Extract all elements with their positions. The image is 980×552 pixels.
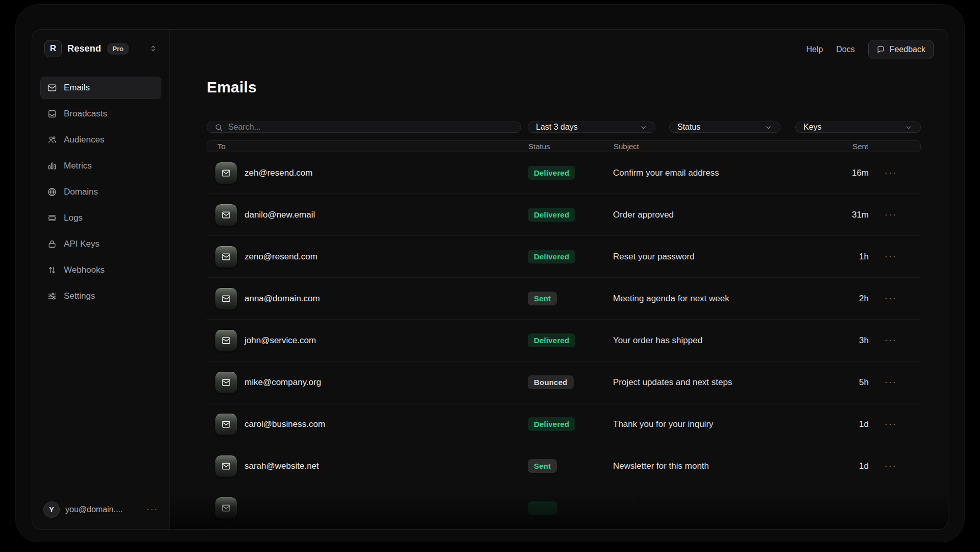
workspace-switcher[interactable]: R Resend Pro [40,40,161,57]
row-menu-button[interactable]: ··· [885,293,897,304]
row-to: zeno@resend.com [244,252,528,262]
chevron-down-icon [640,124,647,131]
row-menu-button[interactable]: ··· [885,461,897,471]
row-menu-button[interactable]: ··· [885,209,897,220]
column-header-to: To [215,142,528,151]
row-subject: Project updates and next steps [613,377,823,388]
mail-icon [215,497,237,519]
topbar: Help Docs Feedback [207,40,934,59]
row-sent: 2h [823,294,869,304]
filters-bar: Last 3 days Status Keys [207,122,921,133]
chevron-up-down-icon[interactable] [149,44,157,53]
row-to: mike@company.org [244,377,528,388]
user-email: you@domain.... [65,505,122,514]
chart-icon [47,161,57,171]
page-title: Emails [207,79,921,96]
status-badge: Sent [528,459,557,473]
row-sent: 3h [823,335,869,346]
mail-icon [215,329,237,352]
sidebar-item-label: Metrics [64,161,92,171]
chevron-down-icon [905,124,913,131]
app-window: R Resend Pro EmailsBroadcastsAudiencesMe… [32,29,948,530]
row-sent: 16m [823,168,869,178]
sidebar-nav: EmailsBroadcastsAudiencesMetricsDomainsL… [40,77,161,311]
sidebar-item-broadcasts[interactable]: Broadcasts [40,103,161,125]
keys-filter-value: Keys [803,123,822,132]
row-subject: Thank you for your inquiry [613,419,823,429]
row-subject: Confirm your email address [613,168,823,178]
row-subject: Meeting agenda for next week [613,294,823,304]
sidebar-item-label: Audiences [64,135,104,145]
sidebar-item-logs[interactable]: Logs [40,207,161,229]
table-row[interactable]: sarah@website.netSentNewsletter for this… [207,445,921,487]
row-menu-button[interactable]: ··· [885,335,897,346]
row-menu-button[interactable]: ··· [885,377,897,388]
sidebar-item-metrics[interactable]: Metrics [40,155,161,177]
mail-icon [215,162,237,184]
sidebar-item-label: Broadcasts [64,109,107,119]
table-row[interactable]: zeno@resend.comDeliveredReset your passw… [207,236,921,278]
sidebar: R Resend Pro EmailsBroadcastsAudiencesMe… [32,30,170,529]
comment-icon [876,45,885,54]
table-row[interactable]: zeh@resend.comDeliveredConfirm your emai… [207,152,921,194]
date-range-dropdown[interactable]: Last 3 days [528,122,655,133]
sidebar-item-label: Logs [64,213,83,223]
main-content: Help Docs Feedback Emails Last 3 days [170,30,948,529]
row-to: john@service.com [244,335,528,346]
table-header: To Status Subject Sent [207,140,921,152]
row-subject: Reset your password [613,252,823,262]
table-row[interactable]: carol@business.comDeliveredThank you for… [207,403,921,445]
row-menu-button[interactable]: ··· [885,167,897,178]
user-menu-ellipsis-icon[interactable]: ··· [146,505,158,515]
lock-icon [47,239,57,249]
table-row[interactable]: mike@company.orgBouncedProject updates a… [207,362,921,403]
sidebar-item-audiences[interactable]: Audiences [40,129,161,151]
globe-icon [47,187,57,197]
avatar: Y [43,501,60,518]
status-filter-dropdown[interactable]: Status [669,122,780,133]
status-badge [528,501,557,515]
table-row[interactable]: john@service.comDeliveredYour order has … [207,320,921,362]
feedback-button[interactable]: Feedback [868,40,934,59]
date-range-value: Last 3 days [536,123,578,132]
mail-icon [215,287,237,310]
status-badge: Bounced [528,375,574,389]
row-sent: 31m [823,210,869,220]
search-input[interactable] [228,123,513,132]
row-to: carol@business.com [244,419,528,429]
sidebar-item-domains[interactable]: Domains [40,181,161,203]
status-badge: Delivered [528,417,575,431]
sidebar-item-label: Settings [64,291,95,301]
docs-link[interactable]: Docs [836,45,854,54]
chevron-down-icon [765,124,772,131]
mail-icon [215,371,237,394]
row-to: zeh@resend.com [244,168,528,178]
keys-filter-dropdown[interactable]: Keys [795,122,921,133]
help-link[interactable]: Help [806,45,823,54]
status-badge: Delivered [528,208,575,222]
table-row-partial[interactable] [207,487,921,529]
mail-icon [215,455,237,477]
row-sent: 1d [823,461,869,471]
sidebar-item-emails[interactable]: Emails [40,77,161,99]
mail-icon [215,413,237,436]
status-badge: Delivered [528,166,575,180]
mail-icon [215,246,237,268]
sidebar-item-webhooks[interactable]: Webhooks [40,259,161,281]
search-icon [214,123,223,132]
mail-icon [47,83,57,93]
status-filter-value: Status [677,123,700,132]
row-to: anna@domain.com [244,294,528,304]
row-subject: Order approved [613,210,823,220]
sidebar-item-settings[interactable]: Settings [40,285,161,307]
sidebar-item-api-keys[interactable]: API Keys [40,233,161,255]
column-header-sent: Sent [822,142,868,151]
table-row[interactable]: danilo@new.emailDeliveredOrder approved3… [207,194,921,236]
sidebar-item-label: Domains [64,187,98,197]
table-row[interactable]: anna@domain.comSentMeeting agenda for ne… [207,278,921,320]
row-subject: Your order has shipped [613,335,823,346]
email-table: zeh@resend.comDeliveredConfirm your emai… [207,152,921,529]
row-menu-button[interactable]: ··· [885,419,897,429]
user-menu[interactable]: Y you@domain.... ··· [40,501,161,518]
row-menu-button[interactable]: ··· [885,251,897,262]
